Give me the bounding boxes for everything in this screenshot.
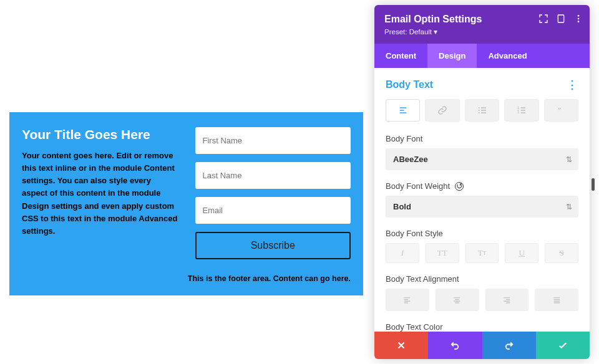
svg-point-2 (578, 18, 580, 20)
section-title[interactable]: Body Text (386, 79, 433, 90)
optin-footer-text[interactable]: This is the footer area. Content can go … (22, 274, 351, 283)
link-tab[interactable] (425, 99, 459, 122)
ul-tab[interactable] (465, 99, 499, 122)
smallcaps-button[interactable]: TT (465, 243, 499, 263)
expand-icon[interactable] (538, 14, 548, 24)
panel-preset[interactable]: Preset: Default ▾ (384, 27, 580, 36)
tab-design[interactable]: Design (427, 44, 477, 68)
save-button[interactable] (536, 332, 590, 359)
body-font-weight-label: Body Font Weight (386, 181, 450, 191)
italic-button[interactable]: I (386, 243, 419, 263)
svg-text:3: 3 (517, 111, 519, 114)
email-input[interactable] (195, 197, 351, 224)
editor-canvas: Your Title Goes Here Your content goes h… (0, 0, 374, 364)
last-name-input[interactable] (195, 162, 351, 189)
resize-handle[interactable] (592, 178, 595, 191)
uppercase-button[interactable]: TT (426, 243, 459, 263)
redo-button[interactable] (482, 332, 536, 359)
undo-button[interactable] (428, 332, 482, 359)
panel-action-bar (374, 332, 590, 359)
svg-text:”: ” (558, 106, 561, 115)
body-font-select[interactable]: ABeeZee ⇅ (386, 148, 578, 170)
svg-point-4 (478, 107, 479, 108)
panel-body[interactable]: Body Text ⋮ 123 ” Body Font ABeeZee ⇅ Bo… (374, 68, 590, 332)
body-font-weight-select[interactable]: Bold ⇅ (386, 196, 578, 218)
settings-panel: Email Optin Settings Preset: Default ▾ C… (374, 5, 590, 359)
align-right-button[interactable] (485, 289, 529, 311)
optin-body-text[interactable]: Your content goes here. Edit or remove t… (22, 150, 178, 237)
tab-content[interactable]: Content (374, 44, 427, 68)
close-button[interactable] (374, 332, 428, 359)
kebab-menu-icon[interactable] (573, 14, 583, 24)
reset-icon[interactable] (455, 182, 464, 191)
panel-tabs: Content Design Advanced (374, 44, 590, 68)
align-left-button[interactable] (386, 289, 429, 311)
strikethrough-button[interactable]: S (545, 243, 578, 263)
subscribe-button[interactable]: Subscribe (195, 232, 351, 259)
section-menu-icon[interactable]: ⋮ (567, 79, 578, 90)
svg-rect-0 (558, 15, 563, 22)
svg-point-3 (578, 21, 580, 22)
text-type-tabs: 123 ” (386, 99, 578, 122)
body-text-alignment-label: Body Text Alignment (386, 274, 578, 284)
tab-advanced[interactable]: Advanced (477, 44, 538, 68)
underline-button[interactable]: U (505, 243, 538, 263)
paragraph-tab[interactable] (386, 99, 420, 122)
ol-tab[interactable]: 123 (504, 99, 538, 122)
optin-module: Your Title Goes Here Your content goes h… (9, 112, 363, 295)
body-text-color-label: Body Text Color (386, 322, 578, 332)
body-font-style-label: Body Font Style (386, 229, 578, 238)
body-font-label: Body Font (386, 134, 578, 143)
quote-tab[interactable]: ” (544, 99, 578, 122)
first-name-input[interactable] (195, 127, 351, 154)
panel-header: Email Optin Settings Preset: Default ▾ (374, 5, 590, 44)
svg-point-5 (478, 110, 479, 111)
svg-point-6 (478, 112, 479, 113)
svg-point-1 (578, 15, 580, 17)
align-justify-button[interactable] (535, 289, 578, 311)
optin-title[interactable]: Your Title Goes Here (22, 127, 178, 142)
align-center-button[interactable] (436, 289, 479, 311)
tablet-icon[interactable] (556, 14, 566, 24)
